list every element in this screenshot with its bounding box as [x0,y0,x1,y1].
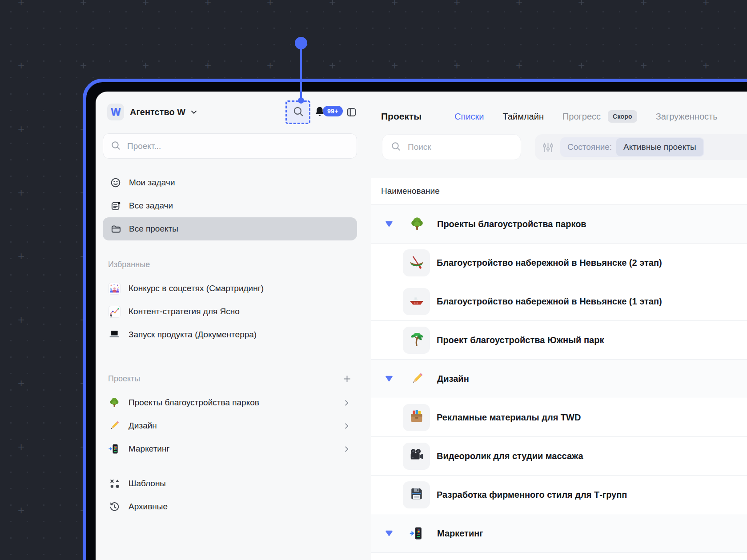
chevron-right-icon[interactable] [342,445,351,453]
app-window-frame: W Агентство W 99+ [83,79,747,560]
favorite-item-icon [108,282,120,295]
group-title: Проекты благоустройства парков [437,219,586,229]
filter-row: Состояние: Активные проекты [382,134,747,160]
sidebar-nav-item[interactable]: Все проекты [103,217,357,240]
table-row[interactable]: Проект благоустройства Южный парк [371,321,747,360]
project-emoji-icon [408,447,425,465]
table-row[interactable]: Благоустройство набережной в Невьянске (… [371,282,747,321]
table-row[interactable]: Разработка фирменного стиля для Т-групп [371,476,747,514]
project-item-label: Маркетинг [129,444,169,454]
global-search-button[interactable] [285,100,310,124]
project-emoji-tile [403,481,430,508]
favorite-item[interactable]: Конкурс в соцсетях (Смартридинг) [103,277,357,300]
table-row[interactable]: Дизайн [371,360,747,398]
projects-list: Проекты благоустройства парков Дизайн Ма… [103,391,357,460]
search-icon [110,140,121,152]
favorite-item-label: Конкурс в соцсетях (Смартридинг) [129,284,264,293]
project-emoji-icon [408,253,425,272]
state-filter-chip[interactable]: Состояние: Активные проекты [560,137,704,157]
sidebar-footer-item[interactable]: Архивные [103,495,357,518]
tab-label: Прогресс [562,112,601,122]
projects-section-header: Проекты [103,366,357,391]
workspace-name[interactable]: Агентство W [130,107,185,117]
table-search-field[interactable] [382,134,521,160]
view-tab[interactable]: Загруженность [656,112,718,122]
project-title: Рекламные материалы для TWD [437,412,581,423]
table-row[interactable]: Благоустройство набережной в Невьянске (… [371,244,747,282]
project-item-icon [108,396,120,409]
project-emoji-tile [403,249,430,276]
page-title: Проекты [381,111,422,122]
view-tabs: Проекты Списки Таймлайн Прогресс Скоро [381,107,747,126]
collapse-triangle-icon[interactable] [385,375,394,383]
favorite-item-icon [108,305,120,318]
footer-item-icon [108,500,120,513]
tab-label: Списки [454,112,484,122]
favorites-section-label: Избранные [108,252,357,277]
table-row[interactable]: Рекламные материалы для TWD [371,398,747,437]
state-filter-label: Состояние: [567,142,612,152]
favorite-item-label: Контент-стратегия для Ясно [129,307,240,316]
sidebar-search-field[interactable] [103,133,357,159]
sidebar-nav-item[interactable]: Мои задачи [103,171,357,194]
sidebar-header: W Агентство W 99+ [103,102,357,122]
tabs-container: Списки Таймлайн Прогресс Скоро Загруженн… [454,110,736,123]
project-emoji-icon [408,331,425,349]
group-emoji-icon [408,370,426,388]
notifications-button[interactable]: 99+ [314,105,341,119]
add-project-button[interactable] [342,374,352,384]
sidebar-search-input[interactable] [126,141,349,152]
project-title: Благоустройство набережной в Невьянске (… [437,296,662,307]
state-filter-value[interactable]: Активные проекты [616,138,703,156]
workspace-logo[interactable]: W [107,104,124,120]
project-item[interactable]: Дизайн [103,414,357,437]
project-title: Благоустройство набережной в Невьянске (… [437,258,662,268]
nav-item-label: Все задачи [129,201,173,211]
table-search-input[interactable] [407,142,513,152]
sidebar: W Агентство W 99+ [96,92,364,560]
table-row[interactable]: Маркетинг [371,514,747,553]
annotation-dot [295,37,307,49]
filter-bar: Состояние: Активные проекты [535,134,747,160]
tab-soon-badge: Скоро [608,110,637,123]
favorite-item[interactable]: Запуск продукта (Документерра) [103,323,357,346]
annotation-line [300,48,302,101]
favorites-list: Конкурс в соцсетях (Смартридинг) Контент… [103,277,357,346]
project-item[interactable]: Маркетинг [103,437,357,460]
chevron-down-icon[interactable] [189,108,198,116]
project-title: Разработка фирменного стиля для Т-групп [437,490,627,500]
favorite-item-label: Запуск продукта (Документерра) [129,330,257,340]
project-emoji-icon [408,292,425,311]
table-row[interactable]: Видеоролик для студии массажа [371,437,747,476]
favorite-item[interactable]: Контент-стратегия для Ясно [103,300,357,323]
sidebar-footer-item[interactable]: Шаблоны [103,472,357,495]
view-tab[interactable]: Таймлайн [503,112,544,122]
app-window: W Агентство W 99+ [96,92,747,560]
tab-label: Загруженность [656,112,718,122]
table-header: Наименование [371,178,747,205]
view-tab[interactable]: Прогресс Скоро [562,110,637,123]
project-item[interactable]: Проекты благоустройства парков [103,391,357,414]
collapse-triangle-icon[interactable] [385,220,394,228]
collapse-triangle-icon[interactable] [385,529,394,537]
search-icon [292,105,304,119]
search-icon [390,141,401,153]
chevron-right-icon[interactable] [342,399,351,407]
annotation-anchor-dot [298,97,304,104]
nav-item-icon [110,177,121,188]
sliders-icon[interactable] [542,141,554,153]
favorite-item-icon [108,328,120,341]
nav-item-label: Мои задачи [129,178,175,188]
footer-item-icon [108,477,120,490]
group-emoji-icon [408,215,426,233]
project-emoji-icon [409,486,425,504]
project-emoji-tile [403,404,430,431]
sidebar-nav-item[interactable]: Все задачи [103,194,357,217]
project-title: Видеоролик для студии массажа [437,451,583,461]
header-icon-cluster: 99+ [285,100,357,124]
sidebar-toggle-icon[interactable] [346,107,357,118]
view-tab[interactable]: Списки [454,112,484,122]
group-title: Дизайн [437,374,469,384]
table-row[interactable]: Проекты благоустройства парков [371,205,747,244]
chevron-right-icon[interactable] [342,422,351,430]
